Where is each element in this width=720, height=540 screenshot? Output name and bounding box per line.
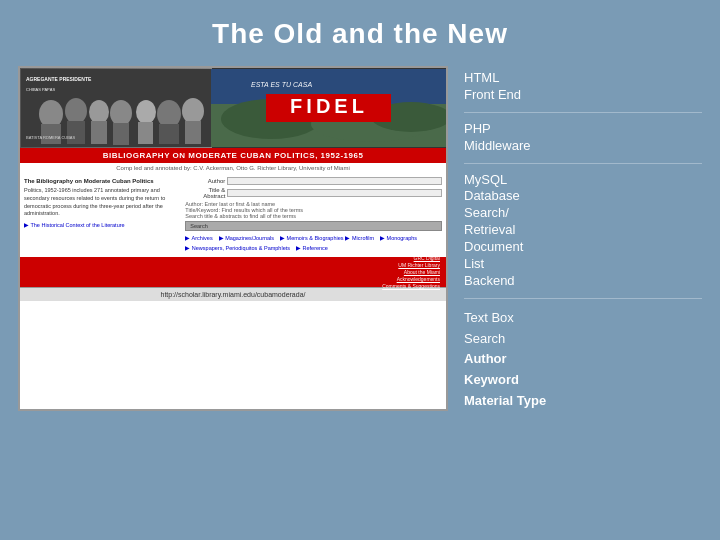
inner-title-row: Title & Abstract — [185, 187, 442, 199]
inner-subtitle: Comp led and annotated by: C.V. Ackerman… — [20, 163, 446, 173]
divider-3 — [464, 298, 702, 299]
inner-author-input — [227, 177, 442, 185]
photo-placeholder: AGREGANTE PRESIDENTE CHIBÁS PAPÁS BATIST… — [20, 68, 212, 148]
inner-footer-links: GRC Digital UM Richter Library About the… — [382, 255, 440, 289]
svg-point-5 — [89, 100, 109, 124]
inner-title-input — [227, 189, 442, 197]
inner-link-microfilm: ▶ Microfilm — [345, 235, 374, 241]
svg-text:AGREGANTE PRESIDENTE: AGREGANTE PRESIDENTE — [26, 76, 92, 82]
label-mysql-backend: MySQLDatabaseSearch/RetrievalDocumentLis… — [464, 172, 702, 290]
inner-search-button[interactable]: Search — [185, 221, 442, 231]
inner-left-panel: The Bibliography on Moderate Cuban Polit… — [24, 177, 181, 253]
label-php-middleware: PHPMiddleware — [464, 121, 702, 155]
page-title: The Old and the New — [0, 0, 720, 62]
inner-footer-link-4: Acknowledgements — [397, 276, 440, 282]
label-html-frontend: HTMLFront End — [464, 70, 702, 104]
svg-rect-4 — [67, 121, 85, 144]
svg-point-11 — [157, 100, 181, 128]
inner-header-image: AGREGANTE PRESIDENTE CHIBÁS PAPÁS BATIST… — [20, 68, 446, 148]
inner-footer-link-1: GRC Digital — [414, 255, 440, 261]
svg-rect-14 — [185, 121, 201, 144]
inner-link-row-1: ▶ Archives ▶ Magazines/Journals ▶ Memoir… — [185, 235, 343, 241]
svg-point-9 — [136, 100, 156, 124]
inner-link-row-2: ▶ Microfilm ▶ Monographs — [345, 235, 417, 241]
inner-link-memoirs: ▶ Memoirs & Biographies — [280, 235, 343, 241]
inner-url-bar: http://scholar.library.miami.edu/cubamod… — [20, 287, 446, 301]
svg-rect-10 — [138, 122, 153, 144]
label-textbox-search: Text BoxSearch AuthorKeywordMaterial Typ… — [464, 307, 702, 411]
inner-link-row-3: ▶ Newspapers, Periodiquitos & Pamphlets … — [185, 245, 328, 251]
inner-left-text: Politics, 1952-1965 includes 271 annotat… — [24, 187, 181, 218]
svg-point-13 — [182, 98, 204, 124]
svg-text:BATISTA ROMERA CUBAS: BATISTA ROMERA CUBAS — [26, 135, 76, 140]
inner-right-form: Author Title & Abstract Author: Enter la… — [185, 177, 442, 253]
svg-point-3 — [65, 98, 87, 124]
inner-hint-text: Author: Enter last or first & last name … — [185, 201, 442, 219]
svg-rect-2 — [41, 124, 61, 144]
svg-rect-8 — [113, 123, 129, 145]
svg-text:CHIBÁS PAPÁS: CHIBÁS PAPÁS — [26, 87, 55, 92]
website-screenshot: AGREGANTE PRESIDENTE CHIBÁS PAPÁS BATIST… — [18, 66, 448, 411]
inner-header-right: ESTA ES TU CASA FIDEL — [212, 68, 446, 148]
svg-rect-12 — [159, 124, 179, 144]
label-textbox-normal-1: Text BoxSearch — [464, 310, 514, 346]
inner-title-bar: BIBLIOGRAPHY ON MODERATE CUBAN POLITICS,… — [20, 148, 446, 163]
inner-link-reference: ▶ Reference — [296, 245, 328, 251]
inner-link-newspapers: ▶ Newspapers, Periodiquitos & Pamphlets — [185, 245, 290, 251]
svg-text:ESTA ES TU CASA: ESTA ES TU CASA — [251, 81, 312, 88]
divider-1 — [464, 112, 702, 113]
inner-link-monographs: ▶ Monographs — [380, 235, 417, 241]
inner-footer-link-2: UM Richter Library — [398, 262, 440, 268]
divider-2 — [464, 163, 702, 164]
svg-text:FIDEL: FIDEL — [290, 95, 368, 117]
main-content: AGREGANTE PRESIDENTE CHIBÁS PAPÁS BATIST… — [0, 66, 720, 411]
inner-body: The Bibliography on Moderate Cuban Polit… — [20, 173, 446, 257]
inner-author-row: Author — [185, 177, 442, 185]
inner-search-form: Author Title & Abstract Author: Enter la… — [185, 177, 442, 231]
labels-panel: HTMLFront End PHPMiddleware MySQLDatabas… — [464, 66, 702, 411]
inner-link-section: ▶ Archives ▶ Magazines/Journals ▶ Memoir… — [185, 235, 442, 253]
inner-title-label: Title & Abstract — [185, 187, 225, 199]
inner-header-left: AGREGANTE PRESIDENTE CHIBÁS PAPÁS BATIST… — [20, 68, 212, 148]
svg-point-1 — [39, 100, 63, 128]
svg-rect-6 — [91, 121, 107, 144]
inner-footer: GRC Digital UM Richter Library About the… — [20, 257, 446, 287]
label-textbox-bold-1: AuthorKeywordMaterial Type — [464, 351, 546, 408]
inner-link-archives: ▶ Archives — [185, 235, 212, 241]
inner-footer-link-5: Comments & Suggestions — [382, 283, 440, 289]
inner-author-label: Author — [185, 178, 225, 184]
inner-footer-link-3: About the Miami — [404, 269, 440, 275]
inner-link-magazines: ▶ Magazines/Journals — [219, 235, 274, 241]
inner-left-title: The Bibliography on Moderate Cuban Polit… — [24, 177, 181, 185]
svg-point-7 — [110, 100, 132, 126]
inner-site: AGREGANTE PRESIDENTE CHIBÁS PAPÁS BATIST… — [20, 68, 446, 301]
inner-left-links: ▶ The Historical Context of the Literatu… — [24, 222, 181, 230]
